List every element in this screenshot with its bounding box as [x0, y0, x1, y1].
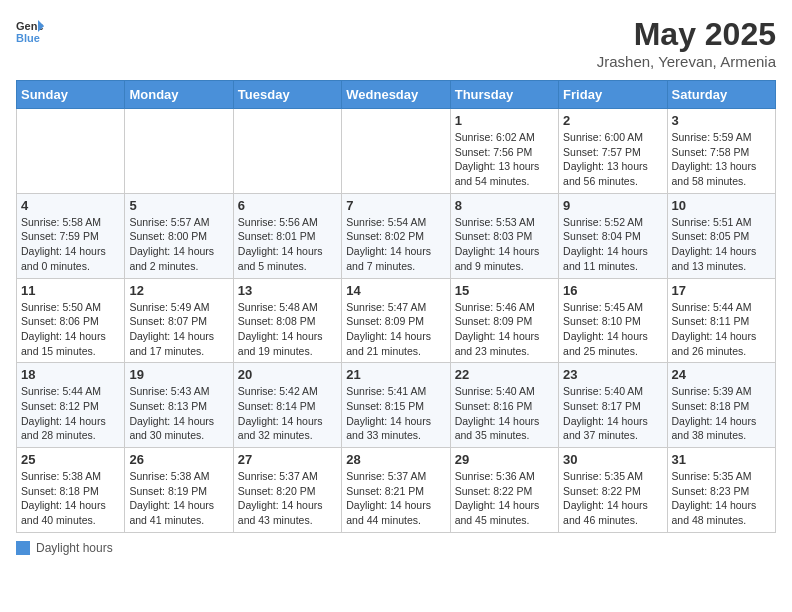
day-number: 7	[346, 198, 445, 213]
day-number: 24	[672, 367, 771, 382]
subtitle: Jrashen, Yerevan, Armenia	[597, 53, 776, 70]
calendar-cell: 23Sunrise: 5:40 AMSunset: 8:17 PMDayligh…	[559, 363, 667, 448]
calendar-cell: 7Sunrise: 5:54 AMSunset: 8:02 PMDaylight…	[342, 193, 450, 278]
day-info: Sunrise: 5:38 AMSunset: 8:18 PMDaylight:…	[21, 469, 120, 528]
day-number: 29	[455, 452, 554, 467]
day-info: Sunrise: 5:58 AMSunset: 7:59 PMDaylight:…	[21, 215, 120, 274]
day-info: Sunrise: 5:42 AMSunset: 8:14 PMDaylight:…	[238, 384, 337, 443]
day-number: 2	[563, 113, 662, 128]
calendar-cell: 15Sunrise: 5:46 AMSunset: 8:09 PMDayligh…	[450, 278, 558, 363]
calendar-cell: 26Sunrise: 5:38 AMSunset: 8:19 PMDayligh…	[125, 448, 233, 533]
day-info: Sunrise: 5:35 AMSunset: 8:22 PMDaylight:…	[563, 469, 662, 528]
calendar-cell: 10Sunrise: 5:51 AMSunset: 8:05 PMDayligh…	[667, 193, 775, 278]
calendar-cell: 17Sunrise: 5:44 AMSunset: 8:11 PMDayligh…	[667, 278, 775, 363]
calendar-cell: 16Sunrise: 5:45 AMSunset: 8:10 PMDayligh…	[559, 278, 667, 363]
week-row-4: 25Sunrise: 5:38 AMSunset: 8:18 PMDayligh…	[17, 448, 776, 533]
calendar-cell: 20Sunrise: 5:42 AMSunset: 8:14 PMDayligh…	[233, 363, 341, 448]
day-number: 27	[238, 452, 337, 467]
day-number: 10	[672, 198, 771, 213]
main-title: May 2025	[597, 16, 776, 53]
day-info: Sunrise: 5:44 AMSunset: 8:12 PMDaylight:…	[21, 384, 120, 443]
calendar-cell	[17, 109, 125, 194]
day-info: Sunrise: 5:45 AMSunset: 8:10 PMDaylight:…	[563, 300, 662, 359]
day-number: 20	[238, 367, 337, 382]
day-info: Sunrise: 5:49 AMSunset: 8:07 PMDaylight:…	[129, 300, 228, 359]
calendar-cell: 29Sunrise: 5:36 AMSunset: 8:22 PMDayligh…	[450, 448, 558, 533]
day-number: 14	[346, 283, 445, 298]
day-header-friday: Friday	[559, 81, 667, 109]
calendar-cell: 8Sunrise: 5:53 AMSunset: 8:03 PMDaylight…	[450, 193, 558, 278]
calendar-cell: 5Sunrise: 5:57 AMSunset: 8:00 PMDaylight…	[125, 193, 233, 278]
day-number: 19	[129, 367, 228, 382]
day-header-saturday: Saturday	[667, 81, 775, 109]
calendar-cell: 25Sunrise: 5:38 AMSunset: 8:18 PMDayligh…	[17, 448, 125, 533]
day-header-monday: Monday	[125, 81, 233, 109]
day-info: Sunrise: 6:00 AMSunset: 7:57 PMDaylight:…	[563, 130, 662, 189]
day-info: Sunrise: 5:40 AMSunset: 8:17 PMDaylight:…	[563, 384, 662, 443]
day-number: 22	[455, 367, 554, 382]
day-info: Sunrise: 5:57 AMSunset: 8:00 PMDaylight:…	[129, 215, 228, 274]
calendar-cell: 13Sunrise: 5:48 AMSunset: 8:08 PMDayligh…	[233, 278, 341, 363]
calendar-table: SundayMondayTuesdayWednesdayThursdayFrid…	[16, 80, 776, 533]
calendar-cell: 4Sunrise: 5:58 AMSunset: 7:59 PMDaylight…	[17, 193, 125, 278]
day-number: 25	[21, 452, 120, 467]
day-info: Sunrise: 5:56 AMSunset: 8:01 PMDaylight:…	[238, 215, 337, 274]
day-number: 5	[129, 198, 228, 213]
day-info: Sunrise: 5:39 AMSunset: 8:18 PMDaylight:…	[672, 384, 771, 443]
week-row-1: 4Sunrise: 5:58 AMSunset: 7:59 PMDaylight…	[17, 193, 776, 278]
calendar-cell: 21Sunrise: 5:41 AMSunset: 8:15 PMDayligh…	[342, 363, 450, 448]
calendar-cell: 19Sunrise: 5:43 AMSunset: 8:13 PMDayligh…	[125, 363, 233, 448]
calendar-cell	[342, 109, 450, 194]
logo: General Blue	[16, 16, 44, 44]
day-info: Sunrise: 5:47 AMSunset: 8:09 PMDaylight:…	[346, 300, 445, 359]
calendar-cell: 1Sunrise: 6:02 AMSunset: 7:56 PMDaylight…	[450, 109, 558, 194]
calendar-cell: 14Sunrise: 5:47 AMSunset: 8:09 PMDayligh…	[342, 278, 450, 363]
day-number: 18	[21, 367, 120, 382]
day-info: Sunrise: 5:37 AMSunset: 8:21 PMDaylight:…	[346, 469, 445, 528]
calendar-cell: 30Sunrise: 5:35 AMSunset: 8:22 PMDayligh…	[559, 448, 667, 533]
day-number: 13	[238, 283, 337, 298]
day-number: 12	[129, 283, 228, 298]
day-info: Sunrise: 5:35 AMSunset: 8:23 PMDaylight:…	[672, 469, 771, 528]
day-number: 9	[563, 198, 662, 213]
day-number: 6	[238, 198, 337, 213]
day-info: Sunrise: 5:52 AMSunset: 8:04 PMDaylight:…	[563, 215, 662, 274]
day-header-wednesday: Wednesday	[342, 81, 450, 109]
day-info: Sunrise: 5:37 AMSunset: 8:20 PMDaylight:…	[238, 469, 337, 528]
day-number: 23	[563, 367, 662, 382]
day-info: Sunrise: 5:53 AMSunset: 8:03 PMDaylight:…	[455, 215, 554, 274]
day-number: 1	[455, 113, 554, 128]
day-number: 15	[455, 283, 554, 298]
day-info: Sunrise: 5:51 AMSunset: 8:05 PMDaylight:…	[672, 215, 771, 274]
week-row-3: 18Sunrise: 5:44 AMSunset: 8:12 PMDayligh…	[17, 363, 776, 448]
calendar-cell: 28Sunrise: 5:37 AMSunset: 8:21 PMDayligh…	[342, 448, 450, 533]
day-number: 26	[129, 452, 228, 467]
day-number: 3	[672, 113, 771, 128]
day-number: 16	[563, 283, 662, 298]
calendar-header: SundayMondayTuesdayWednesdayThursdayFrid…	[17, 81, 776, 109]
calendar-cell: 2Sunrise: 6:00 AMSunset: 7:57 PMDaylight…	[559, 109, 667, 194]
daylight-box-icon	[16, 541, 30, 555]
calendar-cell: 22Sunrise: 5:40 AMSunset: 8:16 PMDayligh…	[450, 363, 558, 448]
calendar-cell: 6Sunrise: 5:56 AMSunset: 8:01 PMDaylight…	[233, 193, 341, 278]
daylight-label: Daylight hours	[36, 541, 113, 555]
day-info: Sunrise: 5:59 AMSunset: 7:58 PMDaylight:…	[672, 130, 771, 189]
svg-text:Blue: Blue	[16, 32, 40, 44]
logo-icon: General Blue	[16, 16, 44, 44]
title-area: May 2025 Jrashen, Yerevan, Armenia	[597, 16, 776, 70]
day-info: Sunrise: 5:54 AMSunset: 8:02 PMDaylight:…	[346, 215, 445, 274]
day-info: Sunrise: 5:44 AMSunset: 8:11 PMDaylight:…	[672, 300, 771, 359]
day-info: Sunrise: 5:48 AMSunset: 8:08 PMDaylight:…	[238, 300, 337, 359]
day-info: Sunrise: 5:41 AMSunset: 8:15 PMDaylight:…	[346, 384, 445, 443]
day-header-tuesday: Tuesday	[233, 81, 341, 109]
day-header-thursday: Thursday	[450, 81, 558, 109]
day-info: Sunrise: 5:40 AMSunset: 8:16 PMDaylight:…	[455, 384, 554, 443]
calendar-cell	[125, 109, 233, 194]
calendar-cell: 24Sunrise: 5:39 AMSunset: 8:18 PMDayligh…	[667, 363, 775, 448]
day-number: 21	[346, 367, 445, 382]
calendar-cell: 11Sunrise: 5:50 AMSunset: 8:06 PMDayligh…	[17, 278, 125, 363]
header: General Blue May 2025 Jrashen, Yerevan, …	[16, 16, 776, 70]
day-info: Sunrise: 5:36 AMSunset: 8:22 PMDaylight:…	[455, 469, 554, 528]
day-number: 30	[563, 452, 662, 467]
day-number: 31	[672, 452, 771, 467]
